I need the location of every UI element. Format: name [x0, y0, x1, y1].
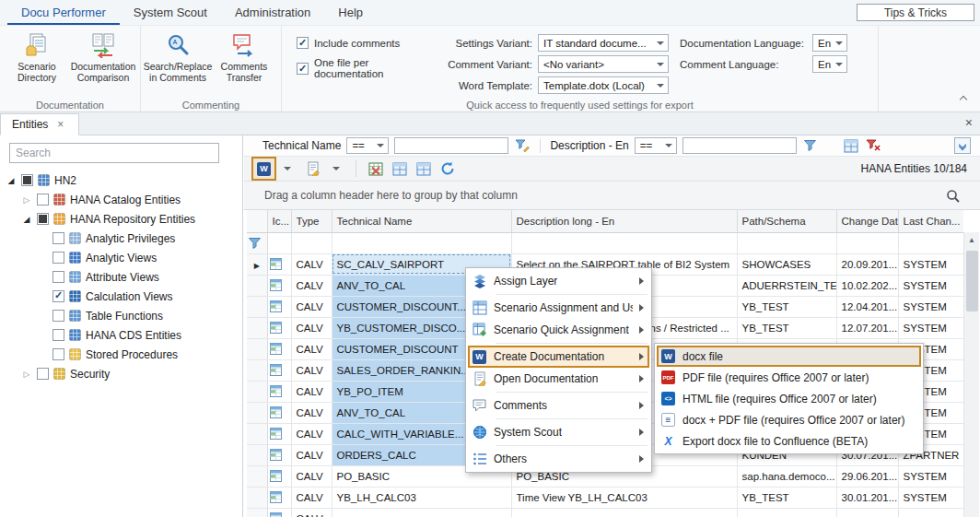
submenu-item-docx-pdf-file-requires-office-2007-or-later[interactable]: ≡docx + PDF file (requires Office 2007 o… — [657, 409, 921, 430]
context-menu-item-open-documentation[interactable]: Open Documentation — [468, 368, 649, 390]
last-changed-cell[interactable]: SYSTEM — [898, 317, 963, 338]
tree-node-stored-procedures[interactable]: Stored Procedures — [0, 345, 242, 364]
change-date-cell[interactable]: 29.06.201... — [836, 465, 898, 487]
context-menu-item-scenario-assignment-and-usage[interactable]: Scenario Assignment and Usage — [468, 297, 649, 319]
tree-checkbox[interactable] — [52, 329, 64, 341]
path-schema-cell[interactable]: SHOWCASES — [737, 253, 836, 275]
column-header-change-date[interactable]: Change Date — [836, 210, 898, 232]
expand-filter-panel-icon[interactable] — [954, 137, 971, 154]
tree-checkbox[interactable] — [52, 252, 64, 264]
create-docx-button[interactable]: W — [254, 159, 274, 179]
create-docx-dropdown[interactable] — [278, 159, 294, 179]
row-indicator[interactable] — [247, 296, 267, 317]
expand-arrow-icon[interactable]: ▷ — [21, 195, 32, 205]
column-header-description-long-en[interactable]: Description long - En — [511, 210, 737, 232]
filter-cell[interactable] — [291, 232, 332, 253]
tab-entities[interactable]: Entities × — [0, 113, 79, 135]
change-date-cell[interactable]: 12.04.201... — [836, 296, 898, 317]
path-schema-cell[interactable]: YB_TEST — [737, 487, 836, 508]
row-icon-cell[interactable] — [267, 402, 291, 423]
filter-icon[interactable] — [802, 137, 819, 154]
comment-language-select[interactable]: En — [812, 55, 847, 73]
tree-node-calculation-views[interactable]: Calculation Views — [0, 287, 242, 306]
change-date-cell[interactable]: 20.09.201... — [836, 253, 898, 275]
column-header-type[interactable]: Type — [291, 210, 332, 232]
include-comments-checkbox[interactable]: ✓ Include comments — [297, 37, 433, 49]
clear-filter-icon[interactable] — [865, 137, 881, 154]
row-indicator[interactable] — [247, 444, 267, 465]
context-menu-item-system-scout[interactable]: System Scout — [468, 421, 649, 443]
row-icon-cell[interactable] — [267, 508, 291, 517]
row-icon-cell[interactable] — [267, 317, 291, 338]
context-menu-item-assign-layer[interactable]: Assign Layer — [468, 270, 649, 292]
filter-cell[interactable] — [898, 232, 963, 253]
row-indicator[interactable]: ▶ — [247, 253, 267, 275]
description-operator-select[interactable]: == — [635, 137, 677, 154]
type-cell[interactable]: CALV — [291, 465, 332, 487]
row-icon-cell[interactable] — [267, 338, 291, 359]
refresh-button[interactable] — [438, 159, 458, 179]
table-copy-button[interactable] — [414, 159, 434, 179]
row-indicator[interactable] — [247, 338, 267, 359]
submenu-item-export-docx-file-to-confluence-beta[interactable]: XExport docx file to Confluence (BETA) — [657, 430, 921, 452]
tree-node-hana-repository-entities[interactable]: ◢HANA Repository Entities — [0, 209, 242, 229]
path-schema-cell[interactable]: YB_TEST — [737, 317, 836, 338]
type-cell[interactable]: CALV — [291, 381, 332, 402]
filter-cell[interactable] — [267, 232, 291, 253]
excel-export-button[interactable] — [366, 159, 386, 179]
row-icon-cell[interactable] — [267, 381, 291, 402]
row-indicator[interactable] — [247, 487, 267, 508]
tree-checkbox[interactable] — [52, 310, 64, 322]
row-indicator[interactable] — [247, 381, 267, 402]
type-cell[interactable]: CALV — [291, 253, 332, 275]
technical-name-cell[interactable]: YB_LH_CALC03 — [332, 487, 511, 508]
path-schema-cell[interactable] — [737, 508, 836, 517]
row-icon-cell[interactable] — [267, 487, 291, 508]
submenu-item-pdf-file-requires-office-2007-or-later[interactable]: PDFPDF file (requires Office 2007 or lat… — [657, 367, 921, 388]
context-menu-item-create-documentation[interactable]: WCreate Documentation — [468, 346, 649, 368]
column-header-last-chan[interactable]: Last Chan... — [898, 210, 963, 232]
last-changed-cell[interactable]: SYSTEM — [898, 275, 963, 296]
tree-node-table-functions[interactable]: Table Functions — [0, 306, 242, 325]
last-changed-cell[interactable]: SYSTEM — [898, 465, 963, 487]
last-changed-cell[interactable]: SYSTEM — [898, 253, 963, 275]
edit-filter-icon[interactable] — [514, 137, 531, 154]
filter-dialog-icon[interactable] — [843, 137, 859, 154]
group-by-bar[interactable]: Drag a column header here to group by th… — [244, 182, 980, 210]
submenu-item-docx-file[interactable]: Wdocx file — [657, 346, 921, 367]
tree-node-security[interactable]: ▷Security — [0, 364, 242, 383]
row-indicator[interactable] — [247, 465, 267, 487]
tree-checkbox[interactable] — [37, 213, 49, 225]
search-replace-button[interactable]: Search/Replace in Comments — [146, 28, 209, 83]
word-template-select[interactable]: Template.dotx (Local) — [538, 76, 669, 94]
type-cell[interactable]: CALV — [291, 296, 332, 317]
tree-node-hana-cds-entities[interactable]: HANA CDS Entities — [0, 325, 242, 345]
tips-and-tricks-button[interactable]: Tips & Tricks — [857, 4, 974, 21]
context-menu-item-others[interactable]: Others — [468, 448, 649, 470]
type-cell[interactable]: CALV — [291, 338, 332, 359]
tree-node-hana-catalog-entities[interactable]: ▷HANA Catalog Entities — [0, 190, 242, 209]
type-cell[interactable]: CALV — [291, 487, 332, 508]
path-schema-cell[interactable]: ADUERRSTEIN_TE... — [737, 275, 836, 296]
tree-checkbox[interactable] — [52, 232, 64, 244]
change-date-cell[interactable]: 30.01.201... — [836, 487, 898, 508]
technical-name-operator-select[interactable]: == — [346, 137, 389, 154]
change-date-cell[interactable]: 10.02.202... — [836, 275, 898, 296]
scenario-directory-button[interactable]: Scenario Directory — [6, 28, 68, 83]
tree-node-analytic-privileges[interactable]: Analytic Privileges — [0, 229, 242, 248]
change-date-cell[interactable] — [836, 508, 898, 517]
tree-node-analytic-views[interactable]: Analytic Views — [0, 248, 242, 267]
row-icon-cell[interactable] — [267, 423, 291, 444]
row-icon-cell[interactable] — [267, 444, 291, 465]
row-indicator[interactable] — [247, 402, 267, 423]
column-header-path-schema[interactable]: Path/Schema — [737, 210, 836, 232]
type-cell[interactable]: CALV — [291, 275, 332, 296]
tree-checkbox[interactable] — [52, 348, 64, 360]
comment-variant-select[interactable]: <No variant> — [538, 55, 669, 73]
filter-cell[interactable] — [332, 232, 511, 253]
filter-cell[interactable] — [836, 232, 898, 253]
row-indicator[interactable] — [247, 508, 267, 517]
row-icon-cell[interactable] — [267, 359, 291, 381]
tree-checkbox[interactable] — [52, 271, 64, 283]
last-changed-cell[interactable]: SYSTEM — [898, 487, 963, 508]
